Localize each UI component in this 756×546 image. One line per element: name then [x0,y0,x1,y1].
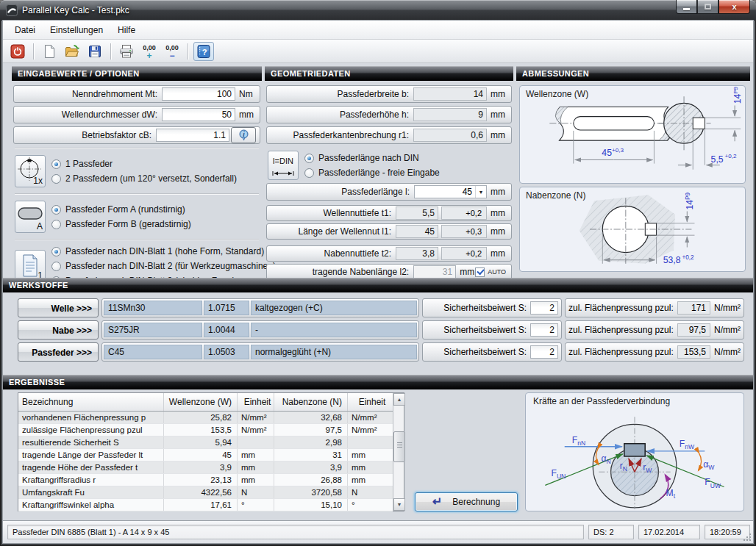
table-scrollbar[interactable]: ▲ ▼ [393,393,404,511]
print-button[interactable] [116,42,137,61]
radio-form-b[interactable]: Passfeder Form B (geradstirnig) [51,219,191,229]
radio-din-sheet-1-label: Passfeder nach DIN-Blatt 1 (hohe Form, S… [65,246,264,256]
key-count-badge: 1x [33,176,43,186]
shaft-groove-length-field[interactable] [396,225,438,238]
key-height-field[interactable] [413,108,487,121]
minimize-button[interactable] [676,0,697,14]
radio-icon [51,159,61,169]
statusbar: Passfeder DIN 6885 (Blatt 1) - A 14 x 9 … [3,520,753,543]
hub-groove-depth-field[interactable] [396,247,438,260]
radio-icon [51,262,61,271]
shaft-zone-label: Wellenzone (W) [526,89,588,99]
radio-din-sheet-2-label: Passfeder nach DIN-Blatt 2 (für Werkzeug… [65,261,276,271]
divider [15,239,259,240]
radio-length-free[interactable]: Passfederlänge - freie Eingabe [304,168,440,178]
scroll-down-icon[interactable]: ▼ [393,498,405,511]
hub-zone-panel: Nabenzone (N) [519,187,746,272]
info-button[interactable]: i [231,127,256,143]
table-row: vorhandenen Flächenpressung p25,82N/mm²3… [18,412,393,424]
help-button[interactable]: ? [193,42,214,61]
col-bezeichnung: Bezeichnung [18,393,164,411]
open-file-button[interactable] [62,42,82,61]
menu-einstellungen[interactable]: Einstellungen [43,22,110,38]
menu-hilfe[interactable]: Hilfe [110,22,143,38]
decimals-decrease-button[interactable]: 0,00 − [162,42,182,61]
material-row-shaft: Welle >>> 11SMn30 1.0715 kaltgezogen (+C… [18,298,744,317]
key-length-value[interactable] [415,186,475,198]
table-row: resultierende Sicherheit S5,942,98 [18,437,393,449]
status-ds: DS: 2 [588,525,634,539]
shaft-safety-label: Sicherheitsbeiwert S: [426,303,530,313]
key-safety-input[interactable] [530,345,558,359]
radio-din-sheet-2[interactable]: Passfeder nach DIN-Blatt 2 (für Werkzeug… [51,261,276,271]
svg-text:l=DIN: l=DIN [273,157,293,165]
table-row: Kraftangriffswinkel alpha17,61°15,10° [18,499,393,511]
radio-icon [51,205,61,215]
radio-length-din[interactable]: Passfederlänge nach DIN [304,153,440,163]
save-floppy-icon [88,44,102,59]
auto-checkbox[interactable] [475,267,485,277]
hub-pressure-value: 97,5 [677,323,710,337]
hub-material-name: S275JR [104,323,202,337]
hub-groove-depth-tolerance[interactable] [441,247,487,260]
key-pressure-row: zul. Flächenpressung pzul: 153,5 N/mm² [565,342,744,362]
torque-input[interactable] [162,87,235,101]
shaft-groove-length-tolerance[interactable] [441,225,487,238]
hub-carrying-length-field [413,265,456,279]
torque-label: Nenndrehmoment Mt: [14,89,162,99]
scroll-up-icon[interactable]: ▲ [393,393,405,406]
key-material-fields: C45 1.0503 normalgeglüht (+N) [101,342,419,362]
shaft-safety-input[interactable] [530,301,558,315]
table-row: Kraftangriffsradius r23,13mm26,88mm [18,474,393,486]
shaft-material-button[interactable]: Welle >>> [18,298,99,317]
exit-button[interactable] [7,42,28,61]
shaft-pressure-unit: N/mm² [710,303,741,313]
torque-unit: Nm [235,89,257,99]
close-button[interactable]: x [718,0,750,14]
shaft-diameter-input[interactable] [162,108,235,121]
hub-material-button[interactable]: Nabe >>> [18,320,99,340]
key-material-button[interactable]: Passfeder >>> [18,342,99,362]
key-pressure-label: zul. Flächenpressung pzul: [568,347,677,357]
table-row: zulässige Flächenpressung pzul153,5N/mm²… [18,424,393,437]
key-length-combobox[interactable]: ▼ [414,185,487,198]
calculate-button[interactable]: ↵ Berechnung [415,492,518,511]
service-factor-input[interactable] [156,129,229,142]
decimals-increase-button[interactable]: 0,00 + [139,42,160,61]
radio-two-keys[interactable]: 2 Passfedern (um 120° versetzt, Sonderfa… [51,173,237,184]
radio-one-key[interactable]: 1 Passfeder [51,159,237,169]
force-diagram-title: Kräfte an der Passfederverbindung [533,396,670,406]
section-materials: WERKSTOFFE Welle >>> 11SMn30 1.0715 kalt… [3,278,753,292]
resize-grip[interactable] [743,533,752,542]
key-chamfer-field[interactable] [413,129,487,142]
radio-din-sheet-1[interactable]: Passfeder nach DIN-Blatt 1 (hohe Form, S… [51,246,276,256]
shaft-groove-depth-field[interactable] [396,206,438,220]
menu-datei[interactable]: Datei [7,22,43,38]
new-file-button[interactable] [39,42,60,61]
hub-pressure-row: zul. Flächenpressung pzul: 97,5 N/mm² [565,320,744,340]
status-result-text: Passfeder DIN 6885 (Blatt 1) - A 14 x 9 … [7,525,584,539]
key-count-group: 1x 1 Passfeder 2 Passfedern (um 120° ver… [13,153,260,190]
material-row-hub: Nabe >>> S275JR 1.0044 - Sicherheitsbeiw… [18,320,744,340]
table-row: tragende Länge der Passfeder lt45mm31mm [18,449,393,461]
input-row-shaft-diameter: Wellendurchmesser dW: mm [13,106,260,123]
hub-safety-row: Sicherheitsbeiwert S: [422,320,562,340]
row-shaft-groove-length: Länge der Wellennut l1: mm [266,223,512,240]
save-button[interactable] [85,42,105,61]
menubar: Datei Einstellungen Hilfe [3,21,753,40]
hub-pressure-label: zul. Flächenpressung pzul: [568,325,677,335]
shaft-groove-depth-tolerance[interactable] [441,206,487,220]
hub-material-fields: S275JR 1.0044 - [101,320,419,340]
app-icon[interactable] [6,4,18,16]
radio-form-b-label: Passfeder Form B (geradstirnig) [65,219,191,229]
hub-safety-input[interactable] [530,323,558,337]
key-width-field[interactable] [413,87,487,101]
radio-form-a[interactable]: Passfeder Form A (rundstirnig) [51,204,191,215]
scrollbar-thumb[interactable] [393,431,405,462]
radio-form-a-label: Passfeder Form A (rundstirnig) [65,204,185,215]
svg-text:?: ? [202,47,207,56]
chevron-down-icon[interactable]: ▼ [475,186,486,198]
hub-material-number: 1.0044 [204,323,249,337]
minus-icon: − [169,53,174,59]
maximize-button [697,0,718,14]
